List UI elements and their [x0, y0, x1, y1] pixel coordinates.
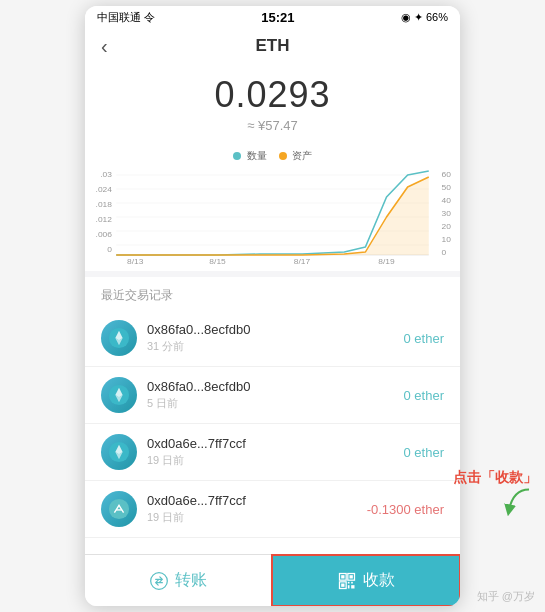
- eth-icon: [108, 327, 130, 349]
- transaction-info: 0xd0a6e...7ff7ccf 19 日前: [147, 493, 357, 525]
- svg-text:8/15: 8/15: [209, 257, 226, 266]
- tx-amount: 0 ether: [404, 388, 444, 403]
- svg-rect-38: [351, 585, 354, 588]
- tx-address: 0xd0a6e...7ff7ccf: [147, 436, 394, 451]
- annotation-text: 点击「收款」: [453, 469, 537, 487]
- tx-time: 31 分前: [147, 339, 394, 354]
- list-item[interactable]: 0xd0a6e...7ff7ccf 19 日前 0 ether: [85, 424, 460, 481]
- eth-icon: [108, 441, 130, 463]
- chart-legend: 数量 资产: [93, 149, 452, 163]
- svg-text:30: 30: [441, 209, 451, 218]
- svg-rect-37: [351, 581, 353, 583]
- watermark: 知乎 @万岁: [477, 589, 535, 604]
- svg-point-29: [151, 572, 168, 589]
- tx-time: 5 日前: [147, 396, 394, 411]
- back-button[interactable]: ‹: [101, 35, 108, 58]
- svg-text:8/19: 8/19: [378, 257, 395, 266]
- svg-text:0: 0: [441, 248, 446, 257]
- svg-point-28: [109, 499, 129, 519]
- svg-text:60: 60: [441, 170, 451, 179]
- receive-label: 收款: [363, 570, 395, 591]
- annotation-arrow: [497, 487, 537, 517]
- receive-icon: [337, 571, 357, 591]
- transfer-label: 转账: [175, 570, 207, 591]
- bottom-bar: 转账 收款: [85, 554, 460, 606]
- legend-dot-assets: [279, 152, 287, 160]
- phone-screen: 中国联通 令 15:21 ◉ ✦ 66% ‹ ETH 0.0293 ≈ ¥57.…: [85, 6, 460, 606]
- svg-text:.018: .018: [96, 200, 113, 209]
- status-icons: ◉ ✦ 66%: [401, 11, 448, 24]
- list-item[interactable]: 0x86fa0...8ecfdb0 31 分前 0 ether: [85, 310, 460, 367]
- svg-text:.012: .012: [96, 215, 113, 224]
- svg-text:10: 10: [441, 235, 451, 244]
- transaction-section: 最近交易记录 0x86fa0...8ecfdb0 31 分前 0 ether: [85, 277, 460, 554]
- status-carrier: 中国联通 令: [97, 10, 155, 25]
- avatar: [101, 377, 137, 413]
- svg-text:.006: .006: [96, 230, 113, 239]
- tx-address: 0x86fa0...8ecfdb0: [147, 322, 394, 337]
- avatar: [101, 434, 137, 470]
- eth-icon: [108, 384, 130, 406]
- svg-rect-33: [341, 575, 344, 578]
- balance-section: 0.0293 ≈ ¥57.47: [85, 64, 460, 141]
- navigation-header: ‹ ETH: [85, 28, 460, 64]
- avatar: [101, 491, 137, 527]
- receive-button[interactable]: 收款: [271, 554, 461, 606]
- svg-text:40: 40: [441, 196, 451, 205]
- tx-time: 19 日前: [147, 510, 357, 525]
- balance-amount: 0.0293: [101, 74, 444, 116]
- svg-rect-35: [341, 583, 344, 586]
- legend-dot-quantity: [233, 152, 241, 160]
- status-bar: 中国联通 令 15:21 ◉ ✦ 66%: [85, 6, 460, 28]
- list-item[interactable]: 0x86fa0...8ecfdb0 5 日前 0 ether: [85, 367, 460, 424]
- eth-send-icon: [108, 498, 130, 520]
- svg-text:50: 50: [441, 183, 451, 192]
- tx-amount: -0.1300 ether: [367, 502, 444, 517]
- legend-quantity: 数量: [233, 149, 267, 163]
- chart-container: .03 .024 .018 .012 .006 0 60 50 40 30 20…: [93, 167, 452, 267]
- tx-address: 0x86fa0...8ecfdb0: [147, 379, 394, 394]
- svg-text:8/13: 8/13: [127, 257, 144, 266]
- avatar: [101, 320, 137, 356]
- annotation-overlay: 点击「收款」: [453, 469, 537, 517]
- transaction-info: 0xd0a6e...7ff7ccf 19 日前: [147, 436, 394, 468]
- chart-section: 数量 资产 .03 .024 .018 .012 .006 0 60: [85, 141, 460, 271]
- chart-svg: .03 .024 .018 .012 .006 0 60 50 40 30 20…: [93, 167, 452, 267]
- list-item[interactable]: 0xd0a6e...7ff7ccf 19 日前 -0.1300 ether: [85, 481, 460, 538]
- transaction-header: 最近交易记录: [85, 277, 460, 310]
- transfer-button[interactable]: 转账: [85, 555, 272, 606]
- tx-amount: 0 ether: [404, 331, 444, 346]
- svg-rect-36: [348, 581, 350, 583]
- phone-wrapper: 中国联通 令 15:21 ◉ ✦ 66% ‹ ETH 0.0293 ≈ ¥57.…: [0, 0, 545, 612]
- svg-rect-39: [348, 585, 350, 588]
- page-title: ETH: [256, 36, 290, 56]
- svg-marker-24: [116, 177, 429, 255]
- svg-text:8/17: 8/17: [294, 257, 311, 266]
- tx-amount: 0 ether: [404, 445, 444, 460]
- legend-assets: 资产: [279, 149, 313, 163]
- svg-text:.024: .024: [96, 185, 113, 194]
- svg-rect-34: [349, 575, 352, 578]
- transfer-icon: [149, 571, 169, 591]
- tx-time: 19 日前: [147, 453, 394, 468]
- balance-fiat: ≈ ¥57.47: [101, 118, 444, 133]
- svg-text:20: 20: [441, 222, 451, 231]
- svg-text:0: 0: [107, 245, 112, 254]
- status-time: 15:21: [261, 10, 294, 25]
- svg-text:.03: .03: [100, 170, 112, 179]
- transaction-info: 0x86fa0...8ecfdb0 31 分前: [147, 322, 394, 354]
- tx-address: 0xd0a6e...7ff7ccf: [147, 493, 357, 508]
- transaction-info: 0x86fa0...8ecfdb0 5 日前: [147, 379, 394, 411]
